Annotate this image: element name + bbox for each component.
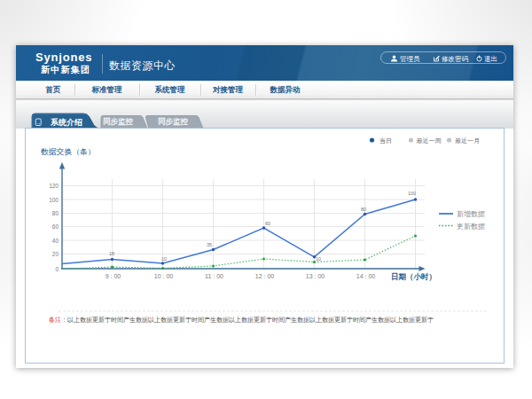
svg-text:10: 10	[316, 256, 321, 262]
svg-text:最近一周: 最近一周	[417, 137, 442, 144]
svg-text:9 : 00: 9 : 00	[106, 273, 121, 279]
svg-text:18: 18	[109, 251, 114, 256]
svg-text:更新数据: 更新数据	[457, 223, 485, 231]
svg-text:100: 100	[408, 191, 416, 196]
svg-text:日期（小时）: 日期（小时）	[391, 272, 436, 281]
svg-text:新增数据: 新增数据	[457, 210, 485, 218]
svg-text:12 : 00: 12 : 00	[255, 273, 275, 279]
svg-text:数据交换（条）: 数据交换（条）	[41, 147, 96, 156]
svg-text:11 : 00: 11 : 00	[205, 273, 223, 279]
svg-text:20: 20	[52, 251, 59, 257]
svg-text:120: 120	[49, 183, 59, 189]
svg-text:0: 0	[55, 266, 59, 272]
svg-text:10 : 00: 10 : 00	[154, 273, 174, 279]
svg-text:35: 35	[207, 242, 212, 247]
svg-text:100: 100	[49, 197, 59, 203]
svg-text:40: 40	[52, 238, 59, 244]
svg-text:80: 80	[52, 210, 59, 216]
svg-text:备注：以上数据更新于时间产生数据以上数据更新于时间产生数据以: 备注：以上数据更新于时间产生数据以上数据更新于时间产生数据以上数据更新于时间产生…	[49, 316, 434, 324]
svg-text:60: 60	[265, 221, 270, 226]
svg-text:退出: 退出	[484, 55, 497, 63]
svg-text:80: 80	[361, 207, 366, 212]
svg-text:系统介绍: 系统介绍	[50, 118, 82, 127]
svg-text:同步监控: 同步监控	[103, 117, 134, 126]
svg-text:10: 10	[161, 256, 167, 262]
svg-text:管理员: 管理员	[400, 55, 420, 63]
svg-text:14 : 00: 14 : 00	[356, 273, 376, 279]
svg-text:当日: 当日	[379, 137, 392, 145]
svg-text:60: 60	[52, 223, 59, 230]
svg-text:修改密码: 修改密码	[442, 55, 469, 63]
svg-text:同步监控: 同步监控	[158, 117, 189, 126]
svg-text:13 : 00: 13 : 00	[306, 273, 325, 279]
svg-text:最近一月: 最近一月	[455, 137, 480, 145]
